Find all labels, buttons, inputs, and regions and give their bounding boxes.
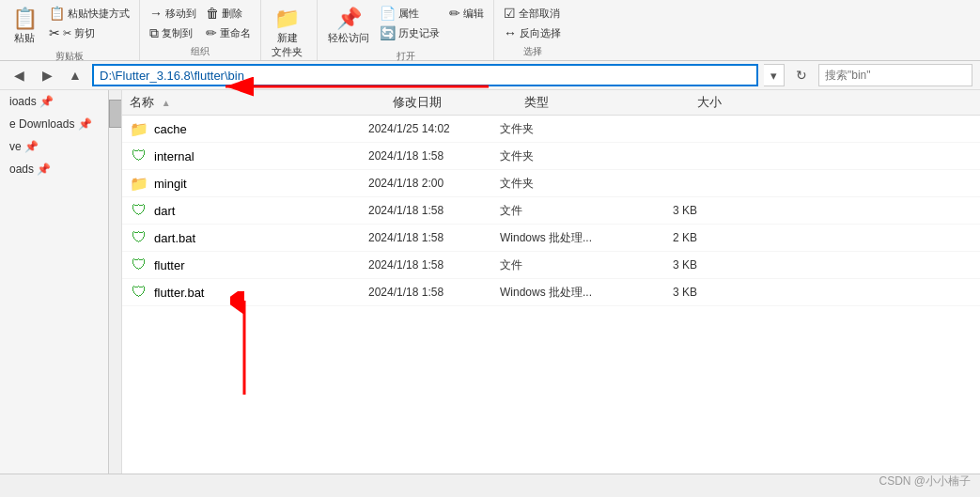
paste-shortcut-button[interactable]: 📋 粘贴快捷方式	[45, 4, 133, 23]
move-label: 移动到	[165, 7, 196, 21]
open-buttons: 📌 轻松访问 📄 属性 🔄 历史记录 ✏ 编辑	[323, 4, 488, 48]
delete-button[interactable]: 🗑 删除	[202, 4, 255, 23]
address-bar-container: ◀ ▶ ▲ ▾ ↻	[0, 61, 980, 90]
column-size[interactable]: 大小	[646, 94, 722, 111]
address-dropdown[interactable]: ▾	[764, 64, 785, 86]
move-to-button[interactable]: → 移动到	[146, 4, 200, 23]
easy-access-button[interactable]: 📌 轻松访问	[323, 4, 374, 48]
paste-shortcut-label: 粘贴快捷方式	[68, 7, 130, 21]
forward-button[interactable]: ▶	[36, 64, 58, 86]
file-name-label-flutter: flutter	[154, 258, 185, 272]
sidebar-item-2[interactable]: ve 📌	[0, 135, 121, 158]
file-row-dart[interactable]: 🛡 dart 2024/1/18 1:58 文件 3 KB	[122, 197, 980, 225]
file-row-flutterbat[interactable]: 🛡 flutter.bat 2024/1/18 1:58 Windows 批处理…	[122, 279, 980, 306]
cut-label: ✂ 剪切	[63, 26, 95, 40]
cut-icon: ✂	[49, 25, 60, 40]
toolbar-section-open: 📌 轻松访问 📄 属性 🔄 历史记录 ✏ 编辑 打开	[318, 0, 494, 60]
sidebar-pin-2: 📌	[24, 140, 39, 153]
folder-icon-mingit: 📁	[130, 174, 148, 193]
cut-button[interactable]: ✂ ✂ 剪切	[45, 23, 133, 42]
file-name-internal: 🛡 internal	[130, 147, 368, 165]
file-name-flutterbat: 🛡 flutter.bat	[130, 283, 368, 302]
file-type-flutter: 文件	[500, 257, 622, 273]
new-buttons: 📁 新建文件夹	[267, 4, 307, 62]
easy-access-label: 轻松访问	[328, 31, 369, 45]
column-name[interactable]: 名称 ▲	[130, 94, 393, 111]
file-row-mingit[interactable]: 📁 mingit 2024/1/18 2:00 文件夹	[122, 170, 980, 197]
file-type-internal: 文件夹	[500, 148, 622, 164]
file-row-dartbat[interactable]: 🛡 dart.bat 2024/1/18 1:58 Windows 批处理...…	[122, 225, 980, 252]
file-icon-dart: 🛡	[130, 201, 148, 220]
column-date[interactable]: 修改日期	[393, 94, 524, 111]
open-label: 打开	[323, 48, 488, 63]
sidebar-item-0[interactable]: ioads 📌	[0, 90, 121, 113]
rename-button[interactable]: ✏ 重命名	[202, 23, 255, 42]
file-date-flutterbat: 2024/1/18 1:58	[368, 286, 500, 299]
watermark: CSDN @小小楠子	[879, 474, 971, 489]
column-name-sort-icon: ▲	[162, 98, 171, 108]
file-name-label-mingit: mingit	[154, 177, 187, 191]
up-button[interactable]: ▲	[64, 64, 86, 86]
edit-icon: ✏	[449, 6, 460, 21]
sidebar-item-label-1: e Downloads	[9, 117, 74, 131]
back-button[interactable]: ◀	[8, 64, 30, 86]
sidebar-item-label-0: ioads	[9, 95, 37, 108]
sidebar-pin-0: 📌	[39, 95, 54, 108]
file-date-flutter: 2024/1/18 1:58	[368, 258, 500, 272]
copy-to-button[interactable]: ⧉ 复制到	[146, 23, 200, 43]
invert-button[interactable]: ↔ 反向选择	[500, 23, 565, 42]
status-bar	[0, 474, 980, 492]
column-type-label: 类型	[524, 95, 549, 109]
file-row-cache[interactable]: 📁 cache 2024/1/25 14:02 文件夹	[122, 116, 980, 143]
file-icon-dartbat: 🛡	[130, 228, 148, 247]
file-date-dart: 2024/1/18 1:58	[368, 204, 500, 217]
new-folder-button[interactable]: 📁 新建文件夹	[267, 4, 307, 62]
file-type-mingit: 文件夹	[500, 176, 622, 192]
easy-access-icon: 📌	[336, 7, 362, 31]
select-label: 选择	[500, 43, 565, 58]
file-date-cache: 2024/1/25 14:02	[368, 122, 500, 135]
file-row-flutter[interactable]: 🛡 flutter 2024/1/18 1:58 文件 3 KB	[122, 252, 980, 279]
address-input[interactable]	[92, 64, 758, 86]
copy-label: 复制到	[162, 26, 193, 40]
edit-button[interactable]: ✏ 编辑	[445, 4, 488, 23]
paste-shortcut-icon: 📋	[49, 6, 65, 21]
file-icon-flutter: 🛡	[130, 256, 148, 274]
sidebar: ioads 📌 e Downloads 📌 ve 📌 oads 📌	[0, 90, 122, 474]
file-type-flutterbat: Windows 批处理...	[500, 285, 622, 301]
file-name-cache: 📁 cache	[130, 119, 368, 138]
file-name-dartbat: 🛡 dart.bat	[130, 228, 368, 247]
select-all-button[interactable]: ☑ 全部取消	[500, 4, 565, 23]
file-icon-internal: 🛡	[130, 147, 148, 165]
file-date-mingit: 2024/1/18 2:00	[368, 177, 500, 190]
toolbar-section-organize: → 移动到 ⧉ 复制到 🗑 删除 ✏ 重命名 组织	[140, 0, 261, 60]
sidebar-scrollbar-thumb[interactable]	[109, 100, 122, 128]
sidebar-item-1[interactable]: e Downloads 📌	[0, 113, 121, 135]
copy-icon: ⧉	[149, 25, 159, 41]
file-name-label-internal: internal	[154, 149, 194, 163]
select-buttons: ☑ 全部取消 ↔ 反向选择	[500, 4, 565, 43]
sidebar-scrollbar[interactable]	[108, 90, 121, 474]
new-folder-label: 新建文件夹	[272, 31, 303, 59]
search-input[interactable]	[818, 64, 972, 86]
file-row-internal[interactable]: 🛡 internal 2024/1/18 1:58 文件夹	[122, 143, 980, 170]
organize-small-buttons-2: 🗑 删除 ✏ 重命名	[202, 4, 255, 42]
watermark-text: CSDN @小小楠子	[879, 474, 971, 488]
file-list-header: 名称 ▲ 修改日期 类型 大小	[122, 90, 980, 116]
paste-button[interactable]: 📋 粘贴	[6, 4, 43, 48]
folder-icon-cache: 📁	[130, 119, 148, 138]
organize-small-buttons: → 移动到 ⧉ 复制到	[146, 4, 200, 43]
history-button[interactable]: 🔄 历史记录	[376, 23, 443, 42]
select-all-label: 全部取消	[519, 7, 560, 21]
sidebar-item-3[interactable]: oads 📌	[0, 158, 121, 180]
history-icon: 🔄	[380, 25, 396, 40]
open-small-buttons: 📄 属性 🔄 历史记录	[376, 4, 443, 42]
file-date-internal: 2024/1/18 1:58	[368, 149, 500, 163]
main-area: ioads 📌 e Downloads 📌 ve 📌 oads 📌 名称 ▲ 修…	[0, 90, 980, 474]
file-name-label-flutterbat: flutter.bat	[154, 286, 204, 300]
refresh-button[interactable]: ↻	[790, 64, 813, 86]
invert-label: 反向选择	[520, 26, 561, 40]
column-type[interactable]: 类型	[524, 94, 646, 111]
properties-button[interactable]: 📄 属性	[376, 4, 443, 23]
delete-icon: 🗑	[206, 6, 219, 21]
